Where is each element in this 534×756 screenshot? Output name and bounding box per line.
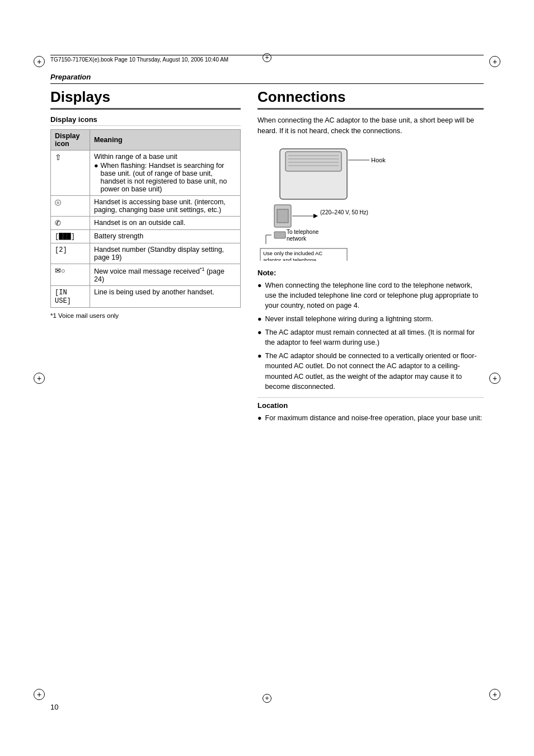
icon-cell-phone: ✆ [51, 217, 90, 230]
meaning-cell-handset-num: Handset number (Standby display setting,… [90, 243, 241, 264]
table-row: ⇧ Within range of a base unit ● When fla… [51, 151, 241, 196]
note-item-4: ● The AC adaptor should be connected to … [257, 351, 484, 392]
voicemail-icon: ✉○ [55, 267, 65, 275]
reg-mark-bottom-left [34, 689, 45, 700]
in-use-icon: [IN USE] [55, 289, 71, 305]
table-row: ⦾ Handset is accessing base unit. (inter… [51, 196, 241, 217]
icon-cell-handset-num: [2] [51, 243, 90, 264]
bullet-item: ● When flashing: Handset is searching fo… [94, 162, 236, 193]
location-list: ● For maximum distance and noise-free op… [257, 413, 484, 423]
note-item-2: ● Never install telephone wiring during … [257, 314, 484, 324]
two-column-layout: Displays Display icons Display icon Mean… [50, 88, 484, 426]
connection-diagram: Hook (220–240 V, 50 Hz) To tele [257, 143, 484, 261]
note-list: ● When connecting the telephone line cor… [257, 280, 484, 392]
bullet-icon-2: ● [257, 314, 262, 324]
note-text-3: The AC adaptor must remain connected at … [265, 327, 484, 348]
svg-text:To telephone: To telephone [287, 229, 319, 235]
meaning-cell-phone: Handset is on an outside call. [90, 217, 241, 230]
reg-mark-mid-left [34, 373, 45, 384]
svg-text:Use only the included AC: Use only the included AC [263, 250, 322, 256]
note-heading: Note: [257, 269, 484, 277]
meaning-cell-signal: Within range of a base unit ● When flash… [90, 151, 241, 196]
icon-cell-wave: ⦾ [51, 196, 90, 217]
location-note-item-1: ● For maximum distance and noise-free op… [257, 413, 484, 423]
bullet-icon-4: ● [257, 351, 262, 392]
table-row: ✆ Handset is on an outside call. [51, 217, 241, 230]
svg-rect-1 [285, 152, 341, 171]
table-row: ✉○ New voice mail message received*1 (pa… [51, 264, 241, 286]
page-number: 10 [50, 703, 58, 711]
meaning-cell-in-use: Line is being used by another handset. [90, 286, 241, 308]
location-note-text-1: For maximum distance and noise-free oper… [265, 413, 483, 423]
signal-icon: ⇧ [55, 153, 62, 162]
note-text-2: Never install telephone wiring during a … [265, 314, 433, 324]
svg-rect-9 [277, 209, 288, 223]
note-text-1: When connecting the telephone line cord … [265, 280, 484, 311]
table-row: [2] Handset number (Standby display sett… [51, 243, 241, 264]
svg-marker-11 [313, 214, 318, 218]
bullet-icon-location-1: ● [257, 413, 262, 423]
handset-number-icon: [2] [55, 246, 67, 254]
table-row: [███] Battery strength [51, 230, 241, 243]
svg-text:adaptor and telephone: adaptor and telephone [263, 257, 316, 261]
note-text-4: The AC adaptor should be connected to a … [265, 351, 484, 392]
phone-icon: ✆ [55, 219, 61, 227]
icon-cell-in-use: [IN USE] [51, 286, 90, 308]
footnote: *1 Voice mail users only [50, 312, 241, 319]
file-info-text: TG7150-7170EX(e).book Page 10 Thursday, … [50, 57, 228, 63]
svg-text:network: network [287, 236, 307, 242]
col-header-icon: Display icon [51, 130, 90, 151]
reg-mark-bottom-center [263, 694, 271, 703]
icon-cell-signal: ⇧ [51, 151, 90, 196]
page: TG7150-7170EX(e).book Page 10 Thursday, … [0, 0, 534, 756]
wave-icon: ⦾ [55, 198, 61, 207]
display-icons-table: Display icon Meaning ⇧ Within range of a… [50, 129, 241, 308]
reg-mark-top-left [34, 56, 45, 67]
reg-mark-mid-right [489, 373, 500, 384]
file-info-bar: TG7150-7170EX(e).book Page 10 Thursday, … [50, 55, 484, 63]
displays-column: Displays Display icons Display icon Mean… [50, 88, 241, 426]
connections-column: Connections When connecting the AC adapt… [257, 88, 484, 426]
col-header-meaning: Meaning [90, 130, 241, 151]
svg-text:Hook: Hook [371, 157, 386, 163]
display-icons-heading: Display icons [50, 115, 241, 126]
meaning-cell-battery: Battery strength [90, 230, 241, 243]
note-item-1: ● When connecting the telephone line cor… [257, 280, 484, 311]
meaning-cell-wave: Handset is accessing base unit. (interco… [90, 196, 241, 217]
table-header-row: Display icon Meaning [51, 130, 241, 151]
icon-cell-battery: [███] [51, 230, 90, 243]
note-item-3: ● The AC adaptor must remain connected a… [257, 327, 484, 348]
section-header: Preparation [50, 73, 484, 84]
reg-mark-top-right [489, 56, 500, 67]
svg-rect-13 [274, 232, 285, 238]
reg-mark-bottom-right [489, 689, 500, 700]
icon-cell-voicemail: ✉○ [51, 264, 90, 286]
meaning-cell-voicemail: New voice mail message received*1 (page … [90, 264, 241, 286]
table-row: [IN USE] Line is being used by another h… [51, 286, 241, 308]
connections-intro: When connecting the AC adaptor to the ba… [257, 115, 484, 137]
bullet-icon-1: ● [257, 280, 262, 311]
location-heading: Location [257, 397, 484, 410]
diagram-svg: Hook (220–240 V, 50 Hz) To tele [257, 143, 442, 261]
bullet-icon-3: ● [257, 327, 262, 348]
battery-icon: [███] [55, 233, 75, 241]
connections-title: Connections [257, 88, 484, 110]
displays-title: Displays [50, 88, 241, 110]
svg-text:(220–240 V, 50 Hz): (220–240 V, 50 Hz) [320, 209, 368, 215]
main-content: Preparation Displays Display icons Displ… [50, 73, 484, 694]
